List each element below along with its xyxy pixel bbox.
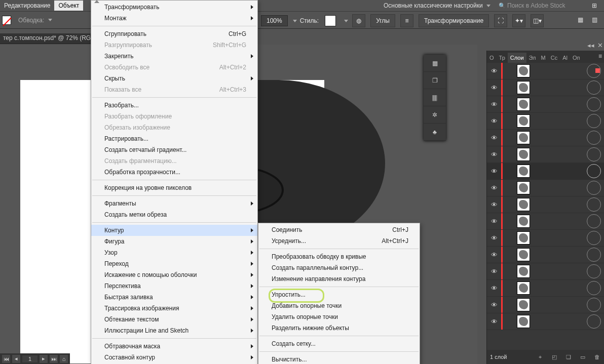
layer-thumbnail[interactable]: [517, 98, 530, 111]
panel-icon-brushes[interactable]: ✲: [424, 106, 446, 124]
layer-row[interactable]: 👁: [487, 79, 604, 96]
layer-thumbnail[interactable]: [517, 64, 530, 77]
menu-item[interactable]: Создать сетчатый градиент...: [91, 144, 257, 155]
panel-tab-м[interactable]: М: [539, 53, 548, 63]
menu-item[interactable]: СгруппироватьCtrl+G: [91, 28, 257, 39]
menu-item[interactable]: Коррекция на уровне пикселов: [91, 182, 257, 193]
topbar-icon-1[interactable]: ⊞: [588, 0, 601, 12]
layer-row[interactable]: 👁: [487, 146, 604, 163]
target-icon[interactable]: [587, 248, 601, 262]
menu-item[interactable]: Трансформировать: [91, 2, 257, 13]
menu-item[interactable]: Создать метки обреза: [91, 209, 257, 220]
menu-item[interactable]: Добавить опорные точки: [258, 300, 420, 311]
corners-button[interactable]: Углы: [370, 14, 395, 27]
target-icon[interactable]: [587, 281, 601, 295]
menu-item[interactable]: Иллюстрации Line and Sketch: [91, 325, 257, 336]
target-icon[interactable]: [587, 197, 601, 212]
layer-thumbnail[interactable]: [517, 81, 530, 94]
layer-row[interactable]: 👁: [487, 196, 604, 213]
visibility-toggle-icon[interactable]: 👁: [487, 234, 501, 242]
panel-close-icon[interactable]: ✕: [597, 42, 603, 49]
target-icon[interactable]: [587, 80, 601, 95]
layer-thumbnail[interactable]: [517, 181, 530, 194]
menu-item[interactable]: Изменение направления контура: [258, 273, 420, 285]
menu-item[interactable]: Создать сетку...: [258, 338, 420, 349]
new-layer-icon[interactable]: ▭: [579, 354, 587, 360]
target-icon[interactable]: [587, 131, 601, 145]
floating-panel-strip[interactable]: ▦ ❐ 🀫 ✲ ♣: [424, 55, 446, 141]
layer-thumbnail[interactable]: [517, 231, 530, 245]
menu-object[interactable]: Объект: [54, 1, 83, 11]
visibility-toggle-icon[interactable]: 👁: [487, 301, 501, 309]
perspective-icon[interactable]: ▥: [588, 14, 601, 26]
layer-row[interactable]: 👁: [487, 163, 604, 180]
target-icon[interactable]: [587, 164, 601, 178]
zoom-caret[interactable]: [293, 20, 297, 22]
transform-again-icon[interactable]: ✦▾: [512, 14, 525, 27]
menu-item[interactable]: Скрыть: [91, 73, 257, 84]
stock-search-input[interactable]: Поиск в Adobe Stock: [499, 2, 585, 9]
menu-item[interactable]: Узор: [91, 247, 257, 258]
panel-flyout-menu-icon[interactable]: ≡: [598, 53, 602, 60]
stroke-menu-caret[interactable]: [48, 19, 52, 21]
menu-item[interactable]: Удалить опорные точки: [258, 311, 420, 322]
menu-item[interactable]: Контур: [91, 225, 257, 236]
visibility-toggle-icon[interactable]: 👁: [487, 117, 501, 125]
layer-row[interactable]: 👁: [487, 63, 604, 79]
layer-row[interactable]: 👁: [487, 313, 604, 330]
panel-tab-al[interactable]: Al: [560, 53, 570, 63]
menu-item[interactable]: Трассировка изображения: [91, 303, 257, 314]
panel-collapse-icon[interactable]: ◂◂: [587, 42, 594, 49]
layer-row[interactable]: 👁: [487, 263, 604, 280]
pager-prev-icon[interactable]: ◂: [12, 355, 20, 363]
layer-row[interactable]: 👁: [487, 230, 604, 247]
layer-row[interactable]: 👁: [487, 180, 604, 196]
menu-item[interactable]: Преобразовать обводку в кривые: [258, 251, 420, 262]
visibility-toggle-icon[interactable]: 👁: [487, 285, 501, 292]
layer-row[interactable]: 👁: [487, 130, 604, 146]
target-icon[interactable]: [587, 298, 601, 312]
pager-nav-icon[interactable]: ⌂: [60, 355, 68, 363]
menu-item[interactable]: Перспектива: [91, 280, 257, 292]
visibility-toggle-icon[interactable]: 👁: [487, 218, 501, 225]
document-tab[interactable]: тер с.томпсон.psd* @ 72% (RGB: [0, 33, 98, 44]
menu-item[interactable]: Обработка прозрачности...: [91, 167, 257, 178]
menu-item[interactable]: Создать параллельный контур...: [258, 262, 420, 273]
layer-thumbnail[interactable]: [517, 265, 530, 278]
workspace-switcher[interactable]: Основные классические настройки: [384, 2, 490, 9]
visibility-toggle-icon[interactable]: 👁: [487, 151, 501, 158]
menu-item[interactable]: Быстрая заливка: [91, 292, 257, 303]
isolate-icon[interactable]: ◫▾: [531, 14, 544, 27]
menu-item[interactable]: Упростить...: [258, 289, 420, 300]
target-icon[interactable]: [587, 147, 601, 161]
transform-button[interactable]: Трансформирование: [419, 14, 489, 27]
menu-item[interactable]: СоединитьCtrl+J: [258, 224, 420, 235]
layer-thumbnail[interactable]: [517, 298, 530, 311]
layer-thumbnail[interactable]: [517, 131, 530, 144]
layer-row[interactable]: 👁: [487, 113, 604, 130]
panel-tab-сс[interactable]: Сс: [548, 53, 560, 63]
zoom-value[interactable]: 100%: [261, 15, 288, 26]
menu-item[interactable]: Вычистить...: [258, 354, 420, 364]
panel-tab-оп[interactable]: Оп: [570, 53, 583, 63]
opacity-icon[interactable]: ◍: [352, 14, 365, 27]
layer-thumbnail[interactable]: [517, 165, 530, 178]
target-icon[interactable]: [587, 181, 601, 195]
target-icon[interactable]: [587, 314, 601, 329]
target-icon[interactable]: [587, 214, 601, 228]
menu-item[interactable]: Монтаж: [91, 13, 257, 24]
fill-none-swatch[interactable]: [2, 16, 11, 25]
visibility-toggle-icon[interactable]: 👁: [487, 67, 501, 75]
visibility-toggle-icon[interactable]: 👁: [487, 134, 501, 142]
layer-row[interactable]: 👁: [487, 247, 604, 263]
menu-item[interactable]: Растрировать...: [91, 133, 257, 144]
panel-tab-тр[interactable]: Тр: [497, 53, 508, 63]
target-icon[interactable]: [587, 231, 601, 245]
layer-thumbnail[interactable]: [517, 248, 530, 261]
menu-item[interactable]: Обтравочная маска: [91, 341, 257, 352]
target-icon[interactable]: [587, 264, 601, 278]
visibility-toggle-icon[interactable]: 👁: [487, 318, 501, 326]
freetransform-icon[interactable]: ⛶: [494, 14, 507, 27]
layer-row[interactable]: 👁: [487, 96, 604, 113]
menu-item[interactable]: Разобрать...: [91, 100, 257, 111]
